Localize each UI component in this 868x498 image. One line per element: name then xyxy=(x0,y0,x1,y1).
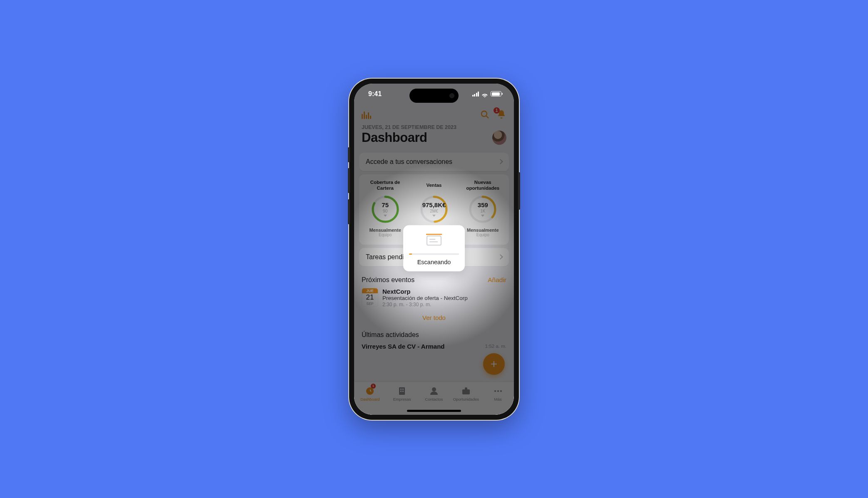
battery-icon xyxy=(491,91,501,97)
svg-rect-19 xyxy=(427,236,441,245)
phone-frame: 9:41 1 JUEVES, 21 DE xyxy=(349,79,519,420)
phone-screen: 9:41 1 JUEVES, 21 DE xyxy=(354,84,514,415)
card-scan-icon xyxy=(425,233,443,247)
scanning-modal: Escaneando xyxy=(403,225,465,271)
scanning-label: Escaneando xyxy=(409,259,459,265)
volume-up-button xyxy=(348,168,350,193)
dynamic-island xyxy=(409,89,459,103)
wifi-icon xyxy=(481,92,488,97)
power-button xyxy=(518,172,520,210)
volume-down-button xyxy=(348,199,350,224)
status-icons xyxy=(472,91,502,97)
status-time: 9:41 xyxy=(368,90,382,98)
scanning-progress xyxy=(409,253,459,255)
signal-icon xyxy=(472,92,479,97)
side-button xyxy=(348,147,350,162)
